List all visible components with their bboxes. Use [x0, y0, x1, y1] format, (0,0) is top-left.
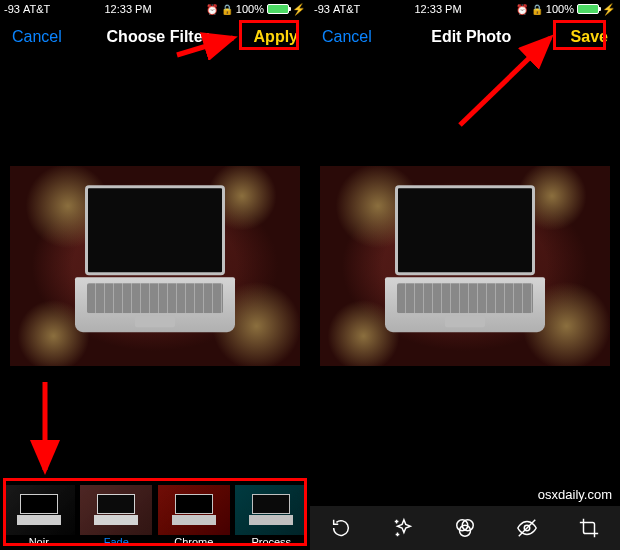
- filter-fade[interactable]: Fade: [78, 480, 156, 550]
- status-bar: -93 AT&T 12:33 PM ⏰ 🔒 100% ⚡: [310, 0, 620, 18]
- carrier-label: AT&T: [23, 3, 50, 15]
- lock-icon: 🔒: [221, 4, 233, 15]
- filter-chrome[interactable]: Chrome: [155, 480, 233, 550]
- cancel-button[interactable]: Cancel: [8, 26, 66, 48]
- carrier-label: AT&T: [333, 3, 360, 15]
- signal-strength: -93: [4, 3, 20, 15]
- photo-preview: [0, 156, 310, 376]
- cancel-button[interactable]: Cancel: [318, 26, 376, 48]
- charging-icon: ⚡: [602, 3, 616, 16]
- redeye-button[interactable]: [507, 508, 547, 548]
- rotate-button[interactable]: [321, 508, 361, 548]
- photo-preview: [310, 156, 620, 376]
- crop-button[interactable]: [569, 508, 609, 548]
- status-bar: -93 AT&T 12:33 PM ⏰ 🔒 100% ⚡: [0, 0, 310, 18]
- battery-percent: 100%: [236, 3, 264, 15]
- enhance-button[interactable]: [383, 508, 423, 548]
- save-button[interactable]: Save: [567, 26, 612, 48]
- alarm-icon: ⏰: [206, 4, 218, 15]
- charging-icon: ⚡: [292, 3, 306, 16]
- nav-title: Choose Filter: [107, 28, 209, 46]
- alarm-icon: ⏰: [516, 4, 528, 15]
- lock-icon: 🔒: [531, 4, 543, 15]
- apply-button[interactable]: Apply: [250, 26, 302, 48]
- nav-bar: Cancel Edit Photo Save: [310, 18, 620, 56]
- battery-icon: [577, 4, 599, 14]
- nav-bar: Cancel Choose Filter Apply: [0, 18, 310, 56]
- battery-icon: [267, 4, 289, 14]
- nav-title: Edit Photo: [431, 28, 511, 46]
- signal-strength: -93: [314, 3, 330, 15]
- screen-edit-photo: -93 AT&T 12:33 PM ⏰ 🔒 100% ⚡ Cancel Edit…: [310, 0, 620, 550]
- status-time: 12:33 PM: [414, 3, 461, 15]
- filter-label: Process: [251, 536, 291, 548]
- edit-toolbar: [310, 506, 620, 550]
- status-time: 12:33 PM: [104, 3, 151, 15]
- filter-label: Fade: [104, 536, 129, 548]
- filters-button[interactable]: [445, 508, 485, 548]
- battery-percent: 100%: [546, 3, 574, 15]
- filter-strip: Noir Fade Chrome Process: [0, 480, 310, 550]
- filter-label: Noir: [29, 536, 49, 548]
- filter-label: Chrome: [174, 536, 213, 548]
- filter-noir[interactable]: Noir: [0, 480, 78, 550]
- screen-choose-filter: -93 AT&T 12:33 PM ⏰ 🔒 100% ⚡ Cancel Choo…: [0, 0, 310, 550]
- filter-process[interactable]: Process: [233, 480, 311, 550]
- watermark: osxdaily.com: [538, 487, 612, 502]
